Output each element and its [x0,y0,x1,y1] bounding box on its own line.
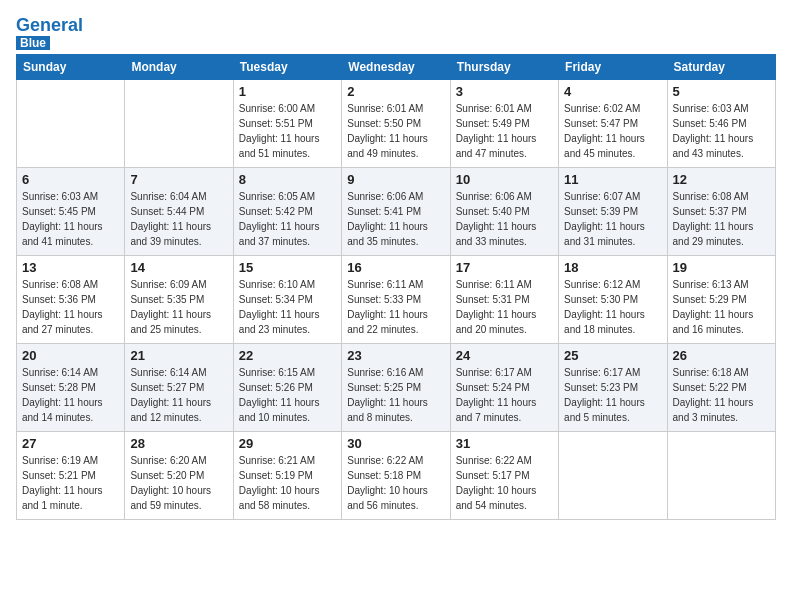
calendar-cell: 2Sunrise: 6:01 AM Sunset: 5:50 PM Daylig… [342,80,450,168]
column-header-saturday: Saturday [667,55,775,80]
day-number: 13 [22,260,119,275]
day-number: 2 [347,84,444,99]
calendar-cell: 1Sunrise: 6:00 AM Sunset: 5:51 PM Daylig… [233,80,341,168]
day-number: 5 [673,84,770,99]
day-number: 17 [456,260,553,275]
calendar-cell: 3Sunrise: 6:01 AM Sunset: 5:49 PM Daylig… [450,80,558,168]
calendar-cell: 21Sunrise: 6:14 AM Sunset: 5:27 PM Dayli… [125,344,233,432]
calendar-cell: 16Sunrise: 6:11 AM Sunset: 5:33 PM Dayli… [342,256,450,344]
calendar-cell: 22Sunrise: 6:15 AM Sunset: 5:26 PM Dayli… [233,344,341,432]
calendar-cell: 28Sunrise: 6:20 AM Sunset: 5:20 PM Dayli… [125,432,233,520]
day-info: Sunrise: 6:16 AM Sunset: 5:25 PM Dayligh… [347,365,444,425]
day-info: Sunrise: 6:14 AM Sunset: 5:28 PM Dayligh… [22,365,119,425]
calendar-cell: 26Sunrise: 6:18 AM Sunset: 5:22 PM Dayli… [667,344,775,432]
day-number: 11 [564,172,661,187]
calendar-cell: 11Sunrise: 6:07 AM Sunset: 5:39 PM Dayli… [559,168,667,256]
day-number: 15 [239,260,336,275]
calendar-cell: 29Sunrise: 6:21 AM Sunset: 5:19 PM Dayli… [233,432,341,520]
calendar-cell [559,432,667,520]
day-info: Sunrise: 6:17 AM Sunset: 5:23 PM Dayligh… [564,365,661,425]
day-number: 8 [239,172,336,187]
calendar-week-row: 6Sunrise: 6:03 AM Sunset: 5:45 PM Daylig… [17,168,776,256]
calendar-cell: 9Sunrise: 6:06 AM Sunset: 5:41 PM Daylig… [342,168,450,256]
day-number: 30 [347,436,444,451]
logo-blue: Blue [16,36,50,50]
day-info: Sunrise: 6:00 AM Sunset: 5:51 PM Dayligh… [239,101,336,161]
day-number: 12 [673,172,770,187]
day-number: 21 [130,348,227,363]
day-info: Sunrise: 6:03 AM Sunset: 5:45 PM Dayligh… [22,189,119,249]
logo-general: General [16,15,83,35]
calendar-cell: 15Sunrise: 6:10 AM Sunset: 5:34 PM Dayli… [233,256,341,344]
calendar-cell: 8Sunrise: 6:05 AM Sunset: 5:42 PM Daylig… [233,168,341,256]
calendar-week-row: 27Sunrise: 6:19 AM Sunset: 5:21 PM Dayli… [17,432,776,520]
day-number: 27 [22,436,119,451]
calendar-cell: 30Sunrise: 6:22 AM Sunset: 5:18 PM Dayli… [342,432,450,520]
day-number: 10 [456,172,553,187]
day-number: 29 [239,436,336,451]
calendar-cell: 14Sunrise: 6:09 AM Sunset: 5:35 PM Dayli… [125,256,233,344]
day-info: Sunrise: 6:06 AM Sunset: 5:41 PM Dayligh… [347,189,444,249]
calendar-week-row: 13Sunrise: 6:08 AM Sunset: 5:36 PM Dayli… [17,256,776,344]
column-header-friday: Friday [559,55,667,80]
calendar-cell: 6Sunrise: 6:03 AM Sunset: 5:45 PM Daylig… [17,168,125,256]
day-number: 3 [456,84,553,99]
day-number: 4 [564,84,661,99]
calendar-cell: 20Sunrise: 6:14 AM Sunset: 5:28 PM Dayli… [17,344,125,432]
day-number: 28 [130,436,227,451]
calendar-cell: 18Sunrise: 6:12 AM Sunset: 5:30 PM Dayli… [559,256,667,344]
day-number: 16 [347,260,444,275]
day-info: Sunrise: 6:01 AM Sunset: 5:50 PM Dayligh… [347,101,444,161]
page-header: General Blue [16,16,776,50]
day-info: Sunrise: 6:11 AM Sunset: 5:33 PM Dayligh… [347,277,444,337]
calendar-cell: 10Sunrise: 6:06 AM Sunset: 5:40 PM Dayli… [450,168,558,256]
day-info: Sunrise: 6:06 AM Sunset: 5:40 PM Dayligh… [456,189,553,249]
day-number: 23 [347,348,444,363]
day-number: 20 [22,348,119,363]
calendar-cell: 12Sunrise: 6:08 AM Sunset: 5:37 PM Dayli… [667,168,775,256]
calendar-cell [667,432,775,520]
calendar-cell: 19Sunrise: 6:13 AM Sunset: 5:29 PM Dayli… [667,256,775,344]
logo: General Blue [16,16,83,50]
day-number: 26 [673,348,770,363]
calendar-cell: 13Sunrise: 6:08 AM Sunset: 5:36 PM Dayli… [17,256,125,344]
day-info: Sunrise: 6:08 AM Sunset: 5:37 PM Dayligh… [673,189,770,249]
day-number: 31 [456,436,553,451]
calendar-cell: 7Sunrise: 6:04 AM Sunset: 5:44 PM Daylig… [125,168,233,256]
day-number: 14 [130,260,227,275]
calendar-cell: 24Sunrise: 6:17 AM Sunset: 5:24 PM Dayli… [450,344,558,432]
day-number: 22 [239,348,336,363]
day-number: 7 [130,172,227,187]
calendar-cell: 4Sunrise: 6:02 AM Sunset: 5:47 PM Daylig… [559,80,667,168]
day-info: Sunrise: 6:02 AM Sunset: 5:47 PM Dayligh… [564,101,661,161]
calendar-cell: 5Sunrise: 6:03 AM Sunset: 5:46 PM Daylig… [667,80,775,168]
calendar-cell: 31Sunrise: 6:22 AM Sunset: 5:17 PM Dayli… [450,432,558,520]
day-number: 1 [239,84,336,99]
day-info: Sunrise: 6:04 AM Sunset: 5:44 PM Dayligh… [130,189,227,249]
day-info: Sunrise: 6:10 AM Sunset: 5:34 PM Dayligh… [239,277,336,337]
day-number: 18 [564,260,661,275]
calendar-cell: 27Sunrise: 6:19 AM Sunset: 5:21 PM Dayli… [17,432,125,520]
day-info: Sunrise: 6:01 AM Sunset: 5:49 PM Dayligh… [456,101,553,161]
day-number: 25 [564,348,661,363]
day-info: Sunrise: 6:13 AM Sunset: 5:29 PM Dayligh… [673,277,770,337]
calendar-cell: 23Sunrise: 6:16 AM Sunset: 5:25 PM Dayli… [342,344,450,432]
day-info: Sunrise: 6:19 AM Sunset: 5:21 PM Dayligh… [22,453,119,513]
column-header-wednesday: Wednesday [342,55,450,80]
column-header-tuesday: Tuesday [233,55,341,80]
column-header-monday: Monday [125,55,233,80]
day-info: Sunrise: 6:21 AM Sunset: 5:19 PM Dayligh… [239,453,336,513]
day-number: 19 [673,260,770,275]
day-info: Sunrise: 6:14 AM Sunset: 5:27 PM Dayligh… [130,365,227,425]
day-info: Sunrise: 6:03 AM Sunset: 5:46 PM Dayligh… [673,101,770,161]
day-info: Sunrise: 6:20 AM Sunset: 5:20 PM Dayligh… [130,453,227,513]
day-number: 9 [347,172,444,187]
column-header-sunday: Sunday [17,55,125,80]
calendar-header-row: SundayMondayTuesdayWednesdayThursdayFrid… [17,55,776,80]
calendar-cell: 17Sunrise: 6:11 AM Sunset: 5:31 PM Dayli… [450,256,558,344]
column-header-thursday: Thursday [450,55,558,80]
day-number: 24 [456,348,553,363]
calendar-cell [125,80,233,168]
day-info: Sunrise: 6:18 AM Sunset: 5:22 PM Dayligh… [673,365,770,425]
day-info: Sunrise: 6:07 AM Sunset: 5:39 PM Dayligh… [564,189,661,249]
